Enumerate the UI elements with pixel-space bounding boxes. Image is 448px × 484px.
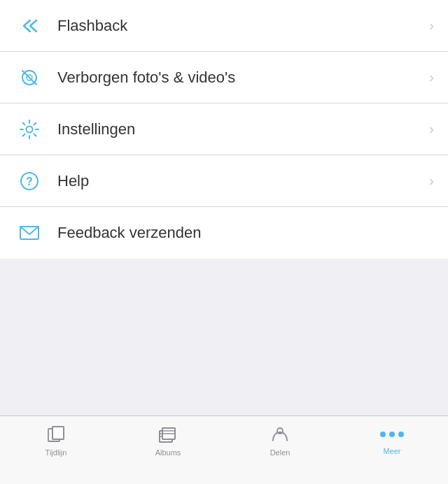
- content-spacer: [0, 259, 448, 415]
- delen-icon: [270, 425, 290, 446]
- chevron-icon-hidden: ›: [429, 69, 434, 85]
- menu-item-feedback[interactable]: Feedback verzenden: [0, 207, 448, 259]
- meer-dots-icon: [380, 425, 404, 444]
- svg-point-3: [27, 126, 33, 132]
- help-icon: ?: [14, 166, 45, 197]
- tab-tijdlijn[interactable]: Tijdlijn: [0, 422, 112, 457]
- tab-albums[interactable]: Albums: [112, 422, 224, 457]
- settings-icon: [14, 114, 45, 145]
- tab-label-delen: Delen: [270, 448, 290, 457]
- dot-3: [398, 432, 404, 437]
- tab-delen[interactable]: Delen: [224, 422, 336, 457]
- tab-bar: Tijdlijn Albums Delen: [0, 415, 448, 484]
- tab-meer[interactable]: Meer: [336, 422, 448, 455]
- menu-label-settings: Instellingen: [57, 120, 422, 138]
- menu-item-settings[interactable]: Instellingen ›: [0, 104, 448, 155]
- dot-2: [389, 432, 395, 437]
- tab-label-tijdlijn: Tijdlijn: [46, 448, 67, 457]
- menu-item-hidden[interactable]: Verborgen foto's & video's ›: [0, 52, 448, 104]
- hidden-icon: [14, 62, 45, 93]
- svg-rect-8: [52, 427, 64, 439]
- chevron-icon-help: ›: [429, 173, 434, 189]
- tab-label-albums: Albums: [155, 448, 181, 457]
- menu-item-help[interactable]: ? Help ›: [0, 155, 448, 207]
- dot-1: [380, 432, 386, 437]
- menu-label-help: Help: [57, 172, 422, 190]
- albums-icon: [158, 425, 178, 446]
- rewind-icon: [14, 10, 45, 41]
- menu-list: Flashback › Verborgen foto's & video's ›…: [0, 0, 448, 259]
- chevron-icon-flashback: ›: [429, 17, 434, 34]
- chevron-icon-settings: ›: [429, 121, 434, 137]
- menu-label-flashback: Flashback: [57, 17, 422, 35]
- tab-label-meer: Meer: [383, 447, 400, 455]
- svg-text:?: ?: [26, 176, 33, 187]
- menu-label-hidden: Verborgen foto's & video's: [57, 69, 422, 87]
- mail-icon: [14, 218, 45, 248]
- menu-label-feedback: Feedback verzenden: [57, 224, 434, 242]
- tijdlijn-icon: [46, 425, 66, 446]
- menu-item-flashback[interactable]: Flashback ›: [0, 0, 448, 52]
